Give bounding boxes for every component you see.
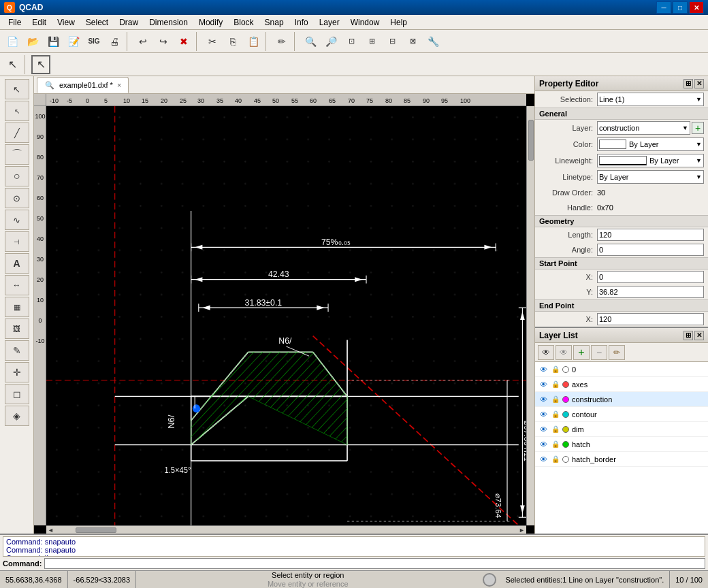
hscroll-left-button[interactable]: ◄ [46,527,55,534]
paste-button[interactable]: 📋 [244,32,263,51]
start-x-input[interactable] [597,271,704,283]
layer-pin-button[interactable]: ⊞ [683,331,693,340]
layer-show-all-button[interactable]: 👁 [538,345,554,360]
tool-text[interactable]: A [5,253,29,274]
tool-hatch[interactable]: ▦ [5,297,29,317]
end-x-input[interactable] [597,313,704,325]
layer-remove-button[interactable]: − [591,345,607,360]
tool-select-box[interactable]: ↖ [5,101,29,121]
layer-add-button[interactable]: + [573,345,590,360]
layer-axes-eye-icon[interactable]: 👁 [538,379,549,390]
vertical-scrollbar[interactable] [526,106,534,525]
sig-button[interactable]: SIG [84,32,103,51]
menu-block[interactable]: Block [228,16,259,29]
tool-circle[interactable]: ○ [5,166,29,186]
tool-select-pointer[interactable]: ↖ [5,79,29,99]
layer-0-eye-icon[interactable]: 👁 [538,364,549,375]
zoom-fit-button[interactable]: ⊡ [342,32,361,51]
tab-close-button[interactable]: × [117,81,121,89]
layer-hide-all-button[interactable]: 👁 [556,345,572,360]
start-y-input[interactable] [597,286,704,298]
cut-button[interactable]: ✂ [203,32,222,51]
end-x-label: X: [539,315,597,323]
tool-arc[interactable]: ⌒ [5,144,29,165]
tool-image[interactable]: 🖼 [5,318,29,339]
pen-button[interactable]: ✏ [272,32,291,51]
menu-file[interactable]: File [3,16,27,29]
layer-item-axes[interactable]: 👁 🔒 axes [535,377,708,392]
tool-spline[interactable]: ∿ [5,210,29,230]
save-button[interactable]: 💾 [44,32,63,51]
menu-info[interactable]: Info [289,16,314,29]
layer-item-hatch-border[interactable]: 👁 🔒 hatch_border [535,452,708,467]
tool-dimension[interactable]: ↔ [5,275,29,295]
copy-button[interactable]: ⎘ [223,32,242,51]
layer-hatch-border-eye-icon[interactable]: 👁 [538,454,549,465]
prop-pin-button[interactable]: ⊞ [683,79,693,88]
save-as-button[interactable]: 📝 [64,32,83,51]
lineweight-select[interactable]: By Layer ▼ [597,154,704,167]
menu-window[interactable]: Window [345,16,385,29]
tool-3d[interactable]: ◈ [5,406,29,426]
layer-add-button[interactable]: + [692,122,704,134]
layer-item-construction[interactable]: 👁 🔒 construction [535,392,708,407]
layer-item-contour[interactable]: 👁 🔒 contour [535,407,708,422]
tab-example01[interactable]: 🔍 example01.dxf * × [37,77,129,93]
layer-item-dim[interactable]: 👁 🔒 dim [535,422,708,437]
new-button[interactable]: 📄 [3,32,22,51]
menu-modify[interactable]: Modify [193,16,228,29]
layer-dim-eye-icon[interactable]: 👁 [538,424,549,435]
prop-close-button[interactable]: ✕ [694,79,704,88]
layer-hatch-eye-icon[interactable]: 👁 [538,439,549,450]
menu-view[interactable]: View [52,16,80,29]
zoom-in-button[interactable]: 🔍 [301,32,320,51]
menu-layer[interactable]: Layer [314,16,345,29]
zoom-tools-button[interactable]: 🔧 [423,32,442,51]
select-pointer-button[interactable]: ↖ [3,55,22,74]
zoom-out-button[interactable]: 🔎 [321,32,340,51]
tool-move[interactable]: ✛ [5,362,29,382]
layer-item-0[interactable]: 👁 🔒 0 [535,362,708,377]
redo-button[interactable]: ↪ [154,32,173,51]
select-mode-button[interactable]: ↖ [31,55,50,74]
canvas-wrapper[interactable]: -10 -5 0 5 10 15 20 25 30 35 40 45 50 55… [34,94,534,534]
menu-help[interactable]: Help [385,16,413,29]
command-input[interactable] [44,558,705,569]
layer-contour-eye-icon[interactable]: 👁 [538,409,549,420]
maximize-button[interactable]: □ [673,1,688,14]
angle-input[interactable] [597,244,704,256]
hscroll-thumb[interactable] [76,527,116,533]
menu-edit[interactable]: Edit [27,16,52,29]
color-select[interactable]: By Layer ▼ [597,137,704,151]
drawing-canvas[interactable]: 75%₀.₀₅ 42.43 31.83±0.1 N6/ N [46,106,526,525]
selection-select[interactable]: Line (1) ▼ [597,93,704,106]
tool-polyline[interactable]: ⊣ [5,231,29,252]
layer-edit-button[interactable]: ✏ [609,345,625,360]
print-button[interactable]: 🖨 [105,32,124,51]
horizontal-scrollbar[interactable]: ◄ ► [46,525,526,534]
tool-line[interactable]: ╱ [5,122,29,143]
tool-ellipse[interactable]: ⊙ [5,188,29,208]
linetype-select[interactable]: By Layer ▼ [597,170,704,184]
menu-select[interactable]: Select [80,16,114,29]
delete-button[interactable]: ✖ [174,32,193,51]
menu-snap[interactable]: Snap [259,16,289,29]
layer-close-button[interactable]: ✕ [694,331,704,340]
minimize-button[interactable]: ─ [656,1,671,14]
layer-construction-eye-icon[interactable]: 👁 [538,394,549,405]
tool-edit[interactable]: ✎ [5,340,29,361]
menu-draw[interactable]: Draw [114,16,144,29]
open-button[interactable]: 📂 [23,32,42,51]
zoom-next-button[interactable]: ⊠ [403,32,422,51]
length-input[interactable] [597,229,704,241]
layer-item-hatch[interactable]: 👁 🔒 hatch [535,437,708,452]
vscroll-thumb[interactable] [528,120,534,161]
menu-dimension[interactable]: Dimension [144,16,193,29]
zoom-prev-button[interactable]: ⊟ [383,32,402,51]
layer-select[interactable]: construction ▼ [597,121,690,135]
undo-button[interactable]: ↩ [133,32,152,51]
hscroll-right-button[interactable]: ► [517,527,526,534]
tool-block[interactable]: ◻ [5,384,29,404]
close-button[interactable]: ✕ [689,1,704,14]
zoom-window-button[interactable]: ⊞ [362,32,381,51]
